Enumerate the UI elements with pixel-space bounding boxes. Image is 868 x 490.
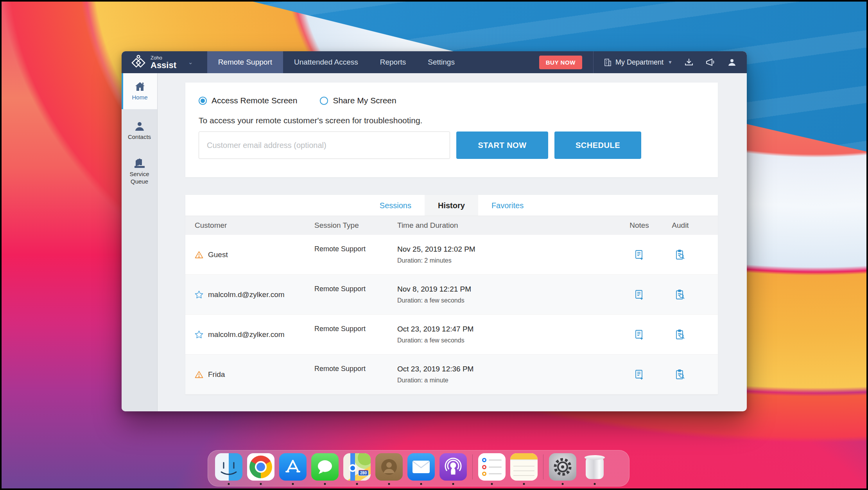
star-icon [195, 290, 203, 299]
radio-access-remote-screen[interactable]: Access Remote Screen [199, 96, 297, 105]
warning-icon [195, 371, 203, 378]
col-notes: Notes [622, 221, 657, 230]
zoho-assist-window: Zoho Assist ⌄ Remote Support Unattended … [122, 51, 747, 411]
home-icon [135, 81, 145, 92]
session-duration: Duration: a minute [397, 377, 622, 384]
warning-icon [195, 251, 203, 259]
brand-zoho: Zoho [151, 55, 176, 60]
department-label: My Department [615, 58, 664, 67]
buy-now-button[interactable]: BUY NOW [539, 56, 582, 69]
history-tabbar: Sessions History Favorites [185, 195, 718, 216]
announcements-icon[interactable] [705, 58, 716, 67]
col-session-type: Session Type [314, 221, 397, 230]
dock-notes-icon[interactable] [510, 453, 538, 481]
table-row[interactable]: malcolm.d@zylker.com Remote Support Nov … [185, 275, 718, 315]
department-selector[interactable]: My Department ▼ [604, 58, 673, 67]
add-note-icon[interactable] [622, 289, 657, 300]
zoho-assist-brand[interactable]: Zoho Assist [122, 51, 176, 73]
brand-assist: Assist [151, 61, 176, 70]
dock-contacts-icon[interactable] [375, 453, 403, 481]
macos-dock: 280 [208, 450, 629, 486]
sidebar-label-service-queue: Service Queue [126, 171, 153, 186]
customer-name: Guest [208, 250, 228, 259]
dock-separator [543, 454, 543, 479]
dock-app-store-icon[interactable] [279, 453, 307, 481]
nav-tab-remote-support[interactable]: Remote Support [207, 51, 283, 73]
customer-name: malcolm.d@zylker.com [208, 330, 285, 339]
customer-name: Frida [208, 370, 225, 379]
radio-selected-icon [199, 97, 207, 105]
contacts-icon [134, 121, 145, 131]
col-customer: Customer [185, 221, 314, 230]
nav-tab-settings[interactable]: Settings [417, 51, 466, 73]
audit-icon[interactable] [657, 329, 704, 340]
top-navbar: Zoho Assist ⌄ Remote Support Unattended … [122, 51, 747, 73]
session-time: Nov 8, 2019 12:21 PM [397, 285, 622, 294]
user-account-icon[interactable] [727, 58, 737, 67]
session-type: Remote Support [314, 325, 397, 333]
maps-route-badge: 280 [358, 470, 369, 476]
add-note-icon[interactable] [622, 369, 657, 380]
col-time-duration: Time and Duration [397, 221, 622, 230]
table-row[interactable]: malcolm.d@zylker.com Remote Support Oct … [185, 315, 718, 355]
department-chevron-icon: ▼ [668, 59, 673, 65]
left-sidebar: Home Contacts [122, 73, 158, 411]
tab-favorites[interactable]: Favorites [478, 195, 537, 216]
table-row[interactable]: Guest Remote Support Nov 25, 2019 12:02 … [185, 235, 718, 275]
radio-unselected-icon [320, 97, 328, 105]
sidebar-label-contacts: Contacts [128, 133, 151, 141]
tab-sessions[interactable]: Sessions [366, 195, 425, 216]
session-time: Oct 23, 2019 12:47 PM [397, 325, 622, 333]
col-audit: Audit [657, 221, 704, 230]
session-duration: Duration: 2 minutes [397, 257, 622, 264]
sidebar-item-contacts[interactable]: Contacts [122, 115, 157, 146]
session-type: Remote Support [314, 285, 397, 293]
audit-icon[interactable] [657, 289, 704, 300]
radio-share-my-screen[interactable]: Share My Screen [320, 96, 396, 105]
audit-icon[interactable] [657, 249, 704, 260]
service-queue-icon [134, 158, 145, 168]
dock-messages-icon[interactable] [311, 453, 339, 481]
app-switcher-chevron-icon[interactable]: ⌄ [188, 59, 193, 66]
dock-finder-icon[interactable] [215, 453, 242, 481]
desktop: Zoho Assist ⌄ Remote Support Unattended … [0, 0, 868, 490]
schedule-button[interactable]: SCHEDULE [554, 132, 641, 159]
audit-icon[interactable] [657, 369, 704, 380]
dock-chrome-icon[interactable] [247, 453, 274, 481]
dock-system-preferences-icon[interactable] [549, 453, 576, 481]
main-nav: Remote Support Unattended Access Reports… [207, 51, 466, 73]
sidebar-item-service-queue[interactable]: Service Queue [122, 153, 157, 191]
navbar-divider [593, 51, 594, 73]
session-time: Oct 23, 2019 12:36 PM [397, 365, 622, 373]
start-now-button[interactable]: START NOW [456, 132, 548, 159]
dock-podcasts-icon[interactable] [439, 453, 467, 481]
dock-separator [472, 454, 473, 479]
customer-name: malcolm.d@zylker.com [208, 290, 285, 299]
download-icon[interactable] [684, 58, 694, 67]
zoho-assist-logo-icon [130, 54, 147, 70]
dock-mail-icon[interactable] [407, 453, 435, 481]
session-type: Remote Support [314, 245, 397, 253]
session-description: To access your remote customer's screen … [199, 116, 705, 125]
tab-history[interactable]: History [425, 195, 478, 216]
star-icon [195, 330, 203, 339]
dock-maps-icon[interactable]: 280 [343, 453, 371, 481]
customer-email-input[interactable] [199, 132, 450, 159]
table-header: Customer Session Type Time and Duration … [185, 216, 718, 235]
dock-reminders-icon[interactable] [478, 453, 506, 481]
sidebar-item-home[interactable]: Home [122, 73, 157, 109]
table-row[interactable]: Frida Remote Support Oct 23, 2019 12:36 … [185, 355, 718, 395]
dock-trash-icon[interactable] [581, 453, 608, 481]
add-note-icon[interactable] [622, 249, 657, 260]
session-duration: Duration: a few seconds [397, 297, 622, 304]
session-type: Remote Support [314, 365, 397, 373]
nav-tab-reports[interactable]: Reports [369, 51, 417, 73]
session-time: Nov 25, 2019 12:02 PM [397, 245, 622, 254]
nav-tab-unattended-access[interactable]: Unattended Access [283, 51, 369, 73]
sessions-history-card: Sessions History Favorites Customer Sess… [185, 195, 718, 395]
sidebar-label-home: Home [132, 94, 147, 101]
main-content: Access Remote Screen Share My Screen To … [158, 73, 747, 411]
department-icon [604, 58, 612, 67]
add-note-icon[interactable] [622, 329, 657, 340]
session-start-card: Access Remote Screen Share My Screen To … [185, 83, 718, 177]
